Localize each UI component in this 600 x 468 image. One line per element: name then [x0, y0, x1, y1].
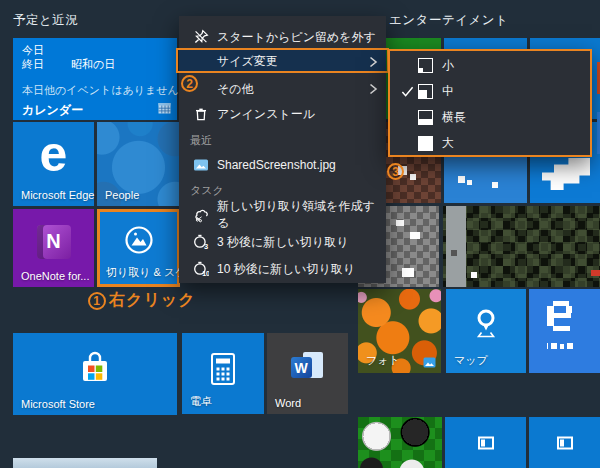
resize-submenu: 小 中 横長 大 — [388, 49, 592, 157]
snip-sketch-icon — [121, 223, 157, 259]
size-large-icon — [418, 136, 433, 151]
chevron-right-icon — [368, 82, 378, 96]
pixelated-band — [446, 206, 466, 287]
calendar-no-events-text: 本日他のイベントはありません — [22, 83, 179, 98]
tile-maps[interactable]: マップ — [446, 289, 526, 373]
pixelated-shape — [542, 158, 590, 190]
tile-pixelated-e[interactable] — [529, 289, 600, 373]
annotation-step1-number: 1 — [88, 292, 106, 310]
size-wide-icon — [418, 110, 433, 125]
tile-photos[interactable]: フォト — [358, 289, 441, 373]
menu-section-recent: 最近 — [179, 133, 386, 147]
tile-label: Microsoft Edge — [21, 189, 94, 201]
submenu-item-medium[interactable]: 中 — [390, 78, 590, 104]
size-medium-icon — [418, 84, 433, 99]
tile-label: 電卓 — [190, 394, 212, 409]
tile-window-app-2[interactable] — [529, 417, 600, 468]
timer-10-icon: 10 — [193, 261, 209, 277]
annotation-step1: 1 右クリック — [88, 290, 196, 311]
onenote-logo-icon: N — [37, 225, 71, 259]
calendar-today-label: 今日 — [22, 43, 44, 58]
tile-label: Microsoft Store — [21, 398, 95, 410]
menu-item-label: スタートからピン留めを外す — [217, 29, 376, 46]
tile-people[interactable]: People — [97, 122, 180, 206]
svg-text:3: 3 — [204, 242, 208, 250]
menu-item-unpin[interactable]: スタートからピン留めを外す — [179, 24, 386, 50]
menu-item-snip-3s[interactable]: 3 3 秒後に新しい切り取り — [179, 230, 386, 254]
calendar-allday-label: 終日 — [22, 57, 44, 72]
submenu-item-wide[interactable]: 横長 — [390, 104, 590, 130]
menu-item-more[interactable]: その他 — [179, 77, 386, 101]
menu-item-resize[interactable]: サイズ変更 — [179, 50, 386, 73]
size-small-icon — [418, 58, 433, 73]
trash-icon — [193, 106, 209, 122]
submenu-item-label: 大 — [442, 135, 454, 152]
word-logo-letter: W — [291, 357, 312, 378]
annotation-step3: 3 — [387, 163, 404, 180]
section-header-calendar-group: 予定と近況 — [13, 12, 78, 29]
annotation-step2: 2 — [181, 75, 198, 92]
menu-item-label: アンインストール — [217, 106, 315, 123]
menu-section-tasks: タスク — [179, 183, 386, 197]
menu-item-label: その他 — [217, 81, 254, 98]
tile-weather-partial[interactable] — [13, 458, 157, 468]
window-icon — [478, 436, 494, 449]
check-icon — [400, 85, 415, 98]
timer-3-icon: 3 — [193, 234, 209, 250]
calendar-icon — [158, 102, 171, 114]
section-header-entertainment-group: エンターテイメント — [389, 12, 508, 29]
submenu-item-label: 小 — [442, 57, 454, 74]
unpin-icon — [193, 29, 209, 45]
menu-item-label: サイズ変更 — [217, 53, 278, 70]
tile-calculator[interactable]: 電卓 — [182, 333, 264, 414]
tile-calendar[interactable]: 今日 終日 昭和の日 本日他のイベントはありません カレンダー — [13, 38, 177, 120]
submenu-item-label: 中 — [442, 83, 454, 100]
menu-item-uninstall[interactable]: アンインストール — [179, 102, 386, 126]
map-pin-icon — [471, 308, 501, 340]
tile-label: フォト — [366, 353, 400, 368]
menu-item-label: 3 秒後に新しい切り取り — [217, 234, 348, 251]
tile-reversi-game[interactable] — [358, 417, 442, 468]
submenu-item-label: 横長 — [442, 109, 466, 126]
tile-label: OneNote for... — [21, 270, 89, 282]
calendar-app-name: カレンダー — [22, 102, 83, 119]
start-menu: 予定と近況 エンターテイメント 今日 終日 昭和の日 本日他のイベントはありませ… — [0, 0, 600, 468]
annotation-step1-label: 右クリック — [109, 290, 196, 311]
tile-context-menu: スタートからピン留めを外す サイズ変更 その他 アンインストール 最近 — [179, 16, 386, 283]
chevron-right-icon — [368, 55, 378, 69]
tile-microsoft-edge[interactable]: e Microsoft Edge — [13, 122, 94, 206]
submenu-item-large[interactable]: 大 — [390, 130, 590, 156]
menu-item-label: 新しい切り取り領域を作成する — [217, 198, 386, 232]
calendar-event-name: 昭和の日 — [71, 57, 115, 72]
tile-label: マップ — [454, 353, 488, 368]
calculator-icon — [209, 352, 237, 386]
word-icon: W — [291, 352, 325, 382]
svg-text:10: 10 — [202, 270, 209, 277]
submenu-item-small[interactable]: 小 — [390, 52, 590, 78]
pixelated-e-icon — [547, 301, 577, 351]
menu-item-recent-file[interactable]: SharedScreenshot.jpg — [179, 153, 386, 177]
tile-snip-and-sketch[interactable]: 切り取り & スケ... — [97, 209, 180, 287]
photo-icon — [423, 357, 436, 368]
menu-item-label: SharedScreenshot.jpg — [217, 158, 336, 172]
menu-item-label: 10 秒後に新しい切り取り — [217, 261, 355, 278]
menu-item-new-snip[interactable]: 新しい切り取り領域を作成する — [179, 203, 386, 227]
image-file-icon — [193, 157, 209, 173]
tile-label: People — [105, 189, 139, 201]
new-snip-icon — [193, 207, 209, 223]
menu-item-snip-10s[interactable]: 10 10 秒後に新しい切り取り — [179, 257, 386, 281]
tile-window-app-1[interactable] — [445, 417, 526, 468]
window-icon — [557, 436, 573, 449]
tile-word[interactable]: W Word — [267, 333, 348, 414]
tile-microsoft-store[interactable]: Microsoft Store — [13, 333, 177, 415]
tile-onenote[interactable]: N OneNote for... — [13, 209, 94, 287]
tile-label: Word — [275, 397, 301, 409]
store-bag-icon — [75, 349, 115, 385]
edge-logo-icon: e — [40, 129, 68, 179]
tile-pixelated-wide-dark[interactable] — [443, 206, 600, 287]
